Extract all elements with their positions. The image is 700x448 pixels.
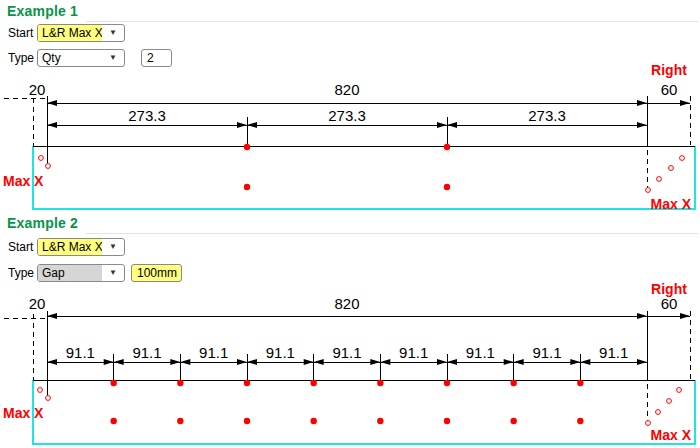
segment-dim-label: 91.1: [266, 344, 295, 361]
max-x-left-label: Max X: [3, 405, 44, 421]
max-x-hole-marker: [657, 177, 662, 182]
hole-marker: [177, 418, 183, 424]
dimension-arrow-icon: [47, 122, 57, 128]
max-x-hole-marker: [656, 410, 661, 415]
dimension-arrow-icon: [637, 359, 647, 365]
dimension-arrow-icon: [437, 122, 447, 128]
hole-marker: [244, 418, 250, 424]
max-x-hole-marker: [38, 388, 43, 393]
example-1-drawing: 2082060Right273.3273.3273.3Max XMax X: [3, 62, 695, 212]
dimension-arrow-icon: [170, 359, 180, 365]
max-x-hole-marker: [680, 156, 685, 161]
hole-marker: [444, 418, 450, 424]
dimension-arrow-icon: [570, 359, 580, 365]
drawings-canvas: 2082060Right273.3273.3273.3Max XMax X208…: [0, 0, 700, 448]
left-offset-dim-label: 20: [29, 81, 46, 98]
right-edge-label: Right: [651, 62, 687, 78]
dimension-arrow-icon: [504, 359, 514, 365]
dimension-arrow-icon: [114, 359, 124, 365]
max-x-hole-marker: [677, 388, 682, 393]
hole-marker: [244, 184, 250, 190]
segment-dim-label: 91.1: [332, 344, 361, 361]
dimension-arrow-icon: [514, 359, 524, 365]
dimension-arrow-icon: [237, 359, 247, 365]
hole-marker: [510, 380, 516, 386]
max-x-hole-marker: [39, 156, 44, 161]
dimension-arrow-icon: [47, 100, 57, 106]
segment-dim-label: 91.1: [599, 344, 628, 361]
segment-dim-label: 273.3: [128, 107, 166, 124]
dimension-arrow-icon: [247, 359, 257, 365]
dimension-arrow-icon: [47, 313, 57, 319]
segment-dim-label: 91.1: [399, 344, 428, 361]
total-dim-label: 820: [334, 81, 359, 98]
dimension-arrow-icon: [580, 359, 590, 365]
max-x-hole-marker: [46, 164, 51, 169]
example-2-drawing: 2082060Right91.191.191.191.191.191.191.1…: [3, 281, 695, 444]
panel-outline: [33, 380, 695, 444]
segment-dim-label: 91.1: [532, 344, 561, 361]
dimension-arrow-icon: [680, 313, 690, 319]
hole-marker: [244, 380, 250, 386]
dimension-arrow-icon: [637, 313, 647, 319]
cad-hole-spacing-page: Example 1 Start L&R Max X ▼ Type Qty ▼ 2…: [0, 0, 700, 448]
dimension-arrow-icon: [104, 359, 114, 365]
segment-dim-label: 91.1: [466, 344, 495, 361]
dimension-arrow-icon: [447, 359, 457, 365]
hole-marker: [510, 418, 516, 424]
dimension-arrow-icon: [47, 359, 57, 365]
max-x-hole-marker: [646, 421, 651, 426]
max-x-right-label: Max X: [651, 427, 692, 443]
hole-marker: [110, 380, 116, 386]
hole-marker: [577, 380, 583, 386]
max-x-hole-marker: [646, 188, 651, 193]
hole-marker: [310, 418, 316, 424]
max-x-right-label: Max X: [651, 196, 692, 212]
segment-dim-label: 273.3: [328, 107, 366, 124]
hole-marker: [444, 144, 450, 150]
hole-marker: [177, 380, 183, 386]
dimension-arrow-icon: [437, 359, 447, 365]
dimension-arrow-icon: [637, 122, 647, 128]
hole-marker: [310, 380, 316, 386]
hole-marker: [444, 380, 450, 386]
dimension-arrow-icon: [370, 359, 380, 365]
hole-marker: [577, 418, 583, 424]
max-x-left-label: Max X: [3, 173, 44, 189]
hole-marker: [444, 184, 450, 190]
dimension-arrow-icon: [247, 122, 257, 128]
segment-dim-label: 273.3: [528, 107, 566, 124]
max-x-hole-marker: [669, 166, 674, 171]
segment-dim-label: 91.1: [132, 344, 161, 361]
dimension-arrow-icon: [180, 359, 190, 365]
dimension-arrow-icon: [237, 122, 247, 128]
dimension-arrow-icon: [304, 359, 314, 365]
segment-dim-label: 91.1: [66, 344, 95, 361]
right-edge-label: Right: [651, 281, 687, 297]
max-x-hole-marker: [46, 396, 51, 401]
dimension-arrow-icon: [314, 359, 324, 365]
left-offset-dim-label: 20: [29, 295, 46, 312]
dimension-arrow-icon: [637, 100, 647, 106]
dimension-arrow-icon: [447, 122, 457, 128]
max-x-hole-marker: [667, 399, 672, 404]
hole-marker: [244, 144, 250, 150]
total-dim-label: 820: [334, 295, 359, 312]
right-offset-dim-label: 60: [661, 81, 678, 98]
hole-marker: [377, 380, 383, 386]
panel-outline: [33, 146, 695, 209]
dimension-arrow-icon: [380, 359, 390, 365]
hole-marker: [110, 418, 116, 424]
right-offset-dim-label: 60: [661, 295, 678, 312]
dimension-arrow-icon: [680, 100, 690, 106]
segment-dim-label: 91.1: [199, 344, 228, 361]
hole-marker: [377, 418, 383, 424]
